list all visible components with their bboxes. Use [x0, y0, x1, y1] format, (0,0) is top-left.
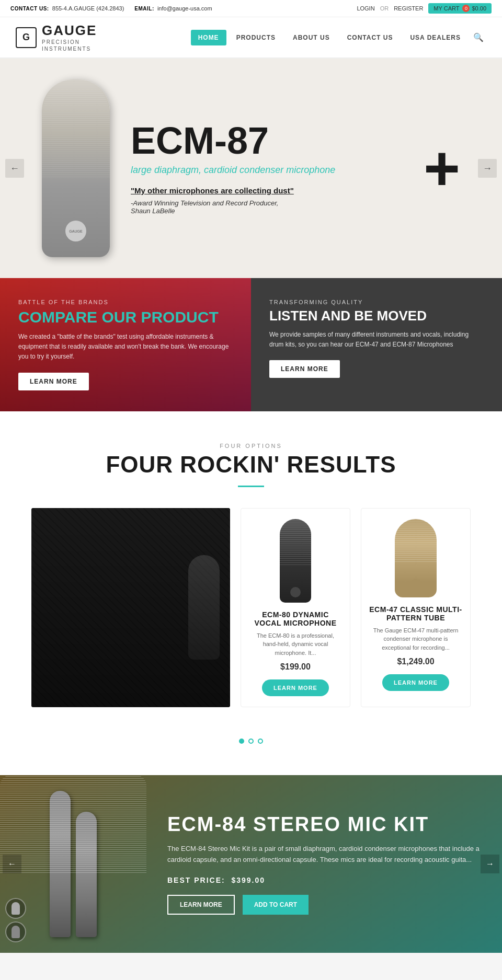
- banner-listen: TRANSFORMING QUALITY LISTEN AND BE MOVED…: [251, 278, 502, 411]
- search-button[interactable]: 🔍: [471, 30, 486, 45]
- nav-dealers[interactable]: USA DEALERS: [403, 30, 468, 45]
- products-list: ECM-80 DYNAMIC VOCAL MICROPHONE The ECM-…: [241, 508, 471, 708]
- banner-compare-title: COMPARE OUR PRODUCT: [18, 308, 233, 326]
- ecm84-add-to-cart-button[interactable]: ADD TO CART: [243, 895, 309, 915]
- product-ecm47-price: $1,249.00: [369, 657, 462, 666]
- product-ecm80-price: $199.00: [249, 662, 342, 672]
- banners-section: BATTLE OF THE BRANDS COMPARE OUR PRODUCT…: [0, 278, 502, 411]
- hero-description: large diaphragm, cardioid condenser micr…: [131, 165, 403, 176]
- product-ecm80-learn-button[interactable]: LEARN MORE: [262, 679, 329, 696]
- banner-compare-body: We created a "battle of the brands" test…: [18, 332, 233, 362]
- ecm84-next-button[interactable]: →: [481, 855, 499, 873]
- banner-compare: BATTLE OF THE BRANDS COMPARE OUR PRODUCT…: [0, 278, 251, 411]
- nav-links: HOME PRODUCTS ABOUT US CONTACT US USA DE…: [191, 30, 486, 45]
- hero-quote: "My other microphones are collecting dus…: [131, 186, 403, 195]
- hero-prev-button[interactable]: ←: [5, 159, 24, 178]
- ecm84-learn-button[interactable]: LEARN MORE: [167, 895, 235, 915]
- product-ecm80-desc: The ECM-80 is a professional, hand-held,…: [249, 631, 342, 658]
- product-image-ecm47: [395, 519, 437, 597]
- hero-slider: ← GAUGE ECM-87 large diaphragm, cardioid…: [0, 59, 502, 278]
- ecm84-body: The ECM-84 Stereo Mic Kit is a pair of s…: [167, 844, 481, 866]
- logo-text: GAUGE PRECISION INSTRUMENTS: [42, 22, 97, 52]
- four-divider: [238, 486, 264, 487]
- cart-price: $0.00: [472, 5, 486, 11]
- ecm84-price: BEST PRICE: $399.00: [167, 876, 481, 884]
- pagination-dot-3[interactable]: [258, 739, 263, 744]
- banner-listen-learn-button[interactable]: LEARN MORE: [269, 360, 340, 378]
- hero-next-button[interactable]: →: [478, 159, 497, 178]
- four-rockin-section: FOUR OPTIONS FOUR ROCKIN' RESULTS CLEAR,…: [0, 411, 502, 776]
- product-card-ecm47: ECM-47 CLASSIC MULTI-PATTERN TUBE The Ga…: [361, 508, 471, 708]
- banner-compare-learn-button[interactable]: LEARN MORE: [18, 373, 89, 390]
- hero-microphone-image: GAUGE: [42, 79, 110, 257]
- hero-content: ECM-87 large diaphragm, cardioid condens…: [110, 122, 424, 215]
- products-grid: CLEAR, FULL SOUNDING ECMSERIESMICROPHONE…: [10, 508, 492, 729]
- four-title: FOUR ROCKIN' RESULTS: [10, 452, 492, 478]
- email-label: EMAIL: info@gauge-usa.com: [134, 5, 212, 11]
- hero-attribution-1: -Award Winning Television and Record Pro…: [131, 199, 403, 207]
- banner-listen-body: We provide samples of many different ins…: [269, 330, 484, 350]
- ecm84-mic-2: [76, 812, 97, 937]
- top-bar: CONTACT US: 855-4.A.GAUGE (424.2843) EMA…: [0, 0, 502, 17]
- login-link[interactable]: LOGIN: [357, 5, 374, 11]
- pagination-dot-2[interactable]: [248, 739, 254, 744]
- ecm84-content: ECM-84 STEREO MIC KIT The ECM-84 Stereo …: [146, 792, 502, 936]
- ecm84-title: ECM-84 STEREO MIC KIT: [167, 813, 481, 836]
- ecm84-prev-button[interactable]: ←: [3, 855, 21, 873]
- top-bar-account: LOGIN OR REGISTER MY CART 0 $0.00: [357, 3, 492, 14]
- cart-label: MY CART: [433, 5, 459, 11]
- banner-listen-tag: TRANSFORMING QUALITY: [269, 299, 484, 305]
- ecm84-section: ← ECM-84 STEREO MIC KIT The ECM-84 Stere…: [0, 775, 502, 953]
- pagination-dots: [10, 728, 492, 754]
- product-featured-ecm-series: CLEAR, FULL SOUNDING ECMSERIESMICROPHONE…: [31, 508, 230, 708]
- banner-listen-title: LISTEN AND BE MOVED: [269, 308, 484, 324]
- hero-plus-graphic: +: [424, 137, 460, 200]
- hero-mic-badge: GAUGE: [65, 221, 86, 241]
- logo-icon: G: [16, 27, 37, 48]
- product-image-ecm80: [280, 519, 311, 603]
- nav-products[interactable]: PRODUCTS: [229, 30, 283, 45]
- register-link[interactable]: REGISTER: [394, 5, 423, 11]
- pagination-dot-1[interactable]: [239, 739, 244, 744]
- nav-home[interactable]: HOME: [191, 30, 226, 45]
- cart-button[interactable]: MY CART 0 $0.00: [428, 3, 492, 14]
- contact-label: CONTACT US: 855-4.A.GAUGE (424.2843): [10, 5, 124, 11]
- cart-count: 0: [462, 5, 470, 12]
- product-ecm47-learn-button[interactable]: LEARN MORE: [382, 674, 449, 691]
- hero-model-name: ECM-87: [131, 122, 403, 159]
- product-ecm80-name: ECM-80 DYNAMIC VOCAL MICROPHONE: [249, 610, 342, 627]
- hero-attribution-2: Shaun LaBelle: [131, 207, 403, 215]
- ecm84-buttons: LEARN MORE ADD TO CART: [167, 895, 481, 915]
- banner-compare-tag: BATTLE OF THE BRANDS: [18, 299, 233, 305]
- nav-contact[interactable]: CONTACT US: [340, 30, 401, 45]
- nav-about[interactable]: ABOUT US: [286, 30, 337, 45]
- product-ecm47-desc: The Gauge ECM-47 multi-pattern condenser…: [369, 626, 462, 652]
- logo: G GAUGE PRECISION INSTRUMENTS: [16, 22, 97, 52]
- product-card-ecm80: ECM-80 DYNAMIC VOCAL MICROPHONE The ECM-…: [241, 508, 350, 708]
- product-ecm47-name: ECM-47 CLASSIC MULTI-PATTERN TUBE: [369, 605, 462, 622]
- top-bar-contact: CONTACT US: 855-4.A.GAUGE (424.2843) EMA…: [10, 5, 212, 11]
- four-tag: FOUR OPTIONS: [10, 443, 492, 449]
- ecm84-mics-image: [0, 775, 146, 953]
- navbar: G GAUGE PRECISION INSTRUMENTS HOME PRODU…: [0, 17, 502, 59]
